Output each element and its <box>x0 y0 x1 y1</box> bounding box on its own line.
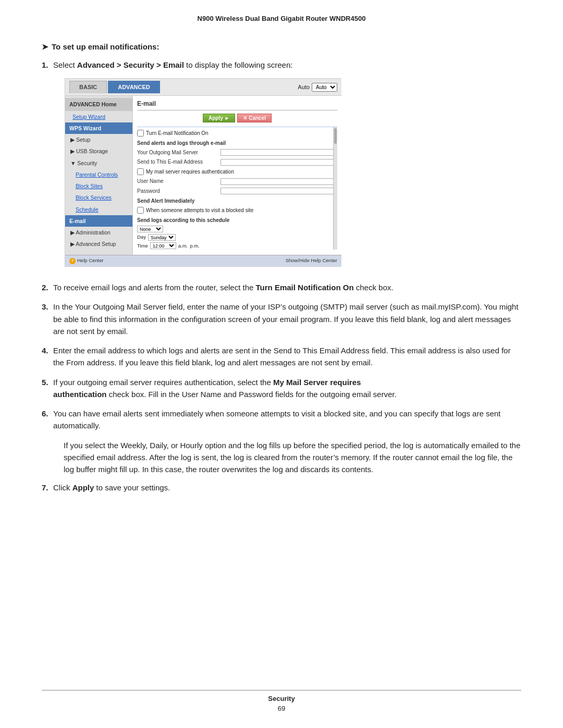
footer-divider <box>42 690 521 690</box>
step-2-content: To receive email logs and alerts from th… <box>53 281 521 293</box>
notification-checkbox[interactable] <box>137 130 144 137</box>
step-2-num: 2. <box>42 281 53 293</box>
section-heading: ➤ To set up email notifications: <box>42 42 521 52</box>
auto-dropdown-area: Auto Auto <box>298 83 337 92</box>
tab-advanced[interactable]: ADVANCED <box>108 81 160 93</box>
section-arrow-icon: ➤ <box>42 42 48 52</box>
password-row: Password <box>137 187 337 195</box>
sidebar-item-usb-storage[interactable]: ▶ USB Storage <box>65 145 132 157</box>
router-buttons: Apply ► ✕ Cancel <box>137 114 337 122</box>
router-body: ADVANCED Home Setup Wizard WPS Wizard ▶ … <box>65 96 341 255</box>
schedule-am-label: a.m. <box>178 242 188 250</box>
send-to-row: Send to This E-mail Address <box>137 158 337 166</box>
help-center-left: ? Help Center <box>69 257 104 265</box>
footer-page-number: 69 <box>278 705 285 712</box>
header-title: N900 Wireless Dual Band Gigabit Router W… <box>198 15 366 22</box>
schedule-pm-label: p.m. <box>190 242 199 250</box>
step-5: 5. If your outgoing email server require… <box>42 376 521 401</box>
outgoing-server-row: Your Outgoing Mail Server <box>137 149 337 157</box>
step-3: 3. In the Your Outgoing Mail Server fiel… <box>42 301 521 337</box>
sidebar-item-block-sites[interactable]: Block Sites <box>65 180 132 192</box>
sidebar-item-schedule[interactable]: Schedule <box>65 204 132 215</box>
schedule-day-select[interactable]: Sunday <box>148 234 176 241</box>
step-7-num: 7. <box>42 482 53 493</box>
help-center-label: Help Center <box>77 257 104 265</box>
step-6-indent: If you select the Weekly, Daily, or Hour… <box>64 439 521 476</box>
router-tabs: BASIC ADVANCED <box>69 81 160 93</box>
tab-basic[interactable]: BASIC <box>69 81 107 93</box>
router-main-panel: E-mail Apply ► ✕ Cancel <box>133 96 341 255</box>
email-form-section: Turn E-mail Notification On Send alerts … <box>137 127 337 250</box>
username-row: User Name <box>137 177 337 186</box>
step-4: 4. Enter the email address to which logs… <box>42 344 521 369</box>
step-1-num: 1. <box>42 59 53 71</box>
sidebar-item-email[interactable]: E-mail <box>65 215 132 227</box>
apply-button[interactable]: Apply ► <box>203 114 235 122</box>
step-7: 7. Click Apply to save your settings. <box>42 482 521 493</box>
step-5-content: If your outgoing email server requires a… <box>53 376 521 401</box>
schedule-day-row: Day Sunday <box>137 233 337 241</box>
schedule-section-title: Send logs according to this schedule <box>137 216 337 225</box>
schedule-frequency-select[interactable]: None <box>137 226 163 232</box>
auth-checkbox-row: My mail server requires authentication <box>137 168 337 176</box>
cancel-button[interactable]: ✕ Cancel <box>237 114 272 122</box>
step-3-num: 3. <box>42 301 53 313</box>
alerts-section-title: Send alerts and logs through e-mail <box>137 139 337 147</box>
step-5-num: 5. <box>42 376 53 388</box>
footer-section-label: Security <box>268 695 295 702</box>
step-2-bold: Turn Email Notification On <box>256 283 354 292</box>
password-label: Password <box>137 187 221 195</box>
username-input[interactable] <box>221 178 337 185</box>
outgoing-server-input[interactable] <box>221 149 337 156</box>
step-7-bold: Apply <box>72 483 94 492</box>
router-top-bar: BASIC ADVANCED Auto Auto <box>65 79 341 96</box>
send-to-label: Send to This E-mail Address <box>137 158 221 166</box>
section-title: To set up email notifications: <box>52 42 159 51</box>
schedule-none-row: None <box>137 226 337 232</box>
username-label: User Name <box>137 177 221 186</box>
schedule-day-label: Day <box>137 233 146 241</box>
step-1: 1. Select Advanced > Security > Email to… <box>42 59 521 274</box>
sidebar-item-parental-controls[interactable]: Parental Controls <box>65 169 132 180</box>
password-input[interactable] <box>221 188 337 194</box>
show-hide-help[interactable]: Show/Hide Help Center <box>286 257 337 265</box>
step-7-list: 7. Click Apply to save your settings. <box>42 482 521 493</box>
step-5-bold2: authentication <box>53 390 107 399</box>
sidebar-item-advanced-setup[interactable]: ▶ Advanced Setup <box>65 238 132 250</box>
send-alert-checkbox[interactable] <box>137 207 144 214</box>
step-3-content: In the Your Outgoing Mail Server field, … <box>53 301 521 337</box>
step-4-content: Enter the email address to which logs an… <box>53 344 521 369</box>
sidebar-item-block-services[interactable]: Block Services <box>65 192 132 203</box>
notification-label: Turn E-mail Notification On <box>146 129 209 138</box>
sidebar-item-administration[interactable]: ▶ Administration <box>65 227 132 238</box>
step-5-bold1: My Mail Server requires <box>273 378 361 387</box>
sidebar-item-wps-wizard[interactable]: WPS Wizard <box>65 122 132 134</box>
send-to-input[interactable] <box>221 159 337 166</box>
auth-checkbox[interactable] <box>137 168 144 175</box>
step-6-num: 6. <box>42 408 53 419</box>
sidebar-item-advanced-home[interactable]: ADVANCED Home <box>65 98 132 110</box>
router-ui: BASIC ADVANCED Auto Auto <box>65 79 341 266</box>
scrollbar[interactable] <box>333 127 337 250</box>
page-footer: Security 69 <box>0 690 563 712</box>
auto-select[interactable]: Auto <box>312 83 337 92</box>
auth-label: My mail server requires authentication <box>146 168 234 176</box>
steps-list: 1. Select Advanced > Security > Email to… <box>42 59 521 432</box>
sidebar-item-security[interactable]: ▼ Security <box>65 157 132 169</box>
schedule-time-select[interactable]: 12:00 <box>150 242 176 249</box>
router-screenshot: BASIC ADVANCED Auto Auto <box>65 78 341 267</box>
step-4-num: 4. <box>42 344 53 356</box>
outgoing-server-label: Your Outgoing Mail Server <box>137 149 221 157</box>
send-alert-title: Send Alert Immediately <box>137 197 337 205</box>
sidebar-item-setup[interactable]: ▶ Setup <box>65 134 132 145</box>
page-content: ➤ To set up email notifications: 1. Sele… <box>0 32 563 522</box>
step-6-content: You can have email alerts sent immediate… <box>53 408 521 432</box>
schedule-time-row: Time 12:00 a.m. p.m. <box>137 242 337 250</box>
step-1-content: Select Advanced > Security > Email to di… <box>53 59 521 274</box>
page-header: N900 Wireless Dual Band Gigabit Router W… <box>0 0 563 32</box>
step-1-bold: Advanced > Security > Email <box>77 60 184 69</box>
step-7-content: Click Apply to save your settings. <box>53 482 521 493</box>
help-icon: ? <box>69 258 76 264</box>
sidebar-item-setup-wizard[interactable]: Setup Wizard <box>65 111 132 122</box>
notification-checkbox-row: Turn E-mail Notification On <box>137 129 337 138</box>
